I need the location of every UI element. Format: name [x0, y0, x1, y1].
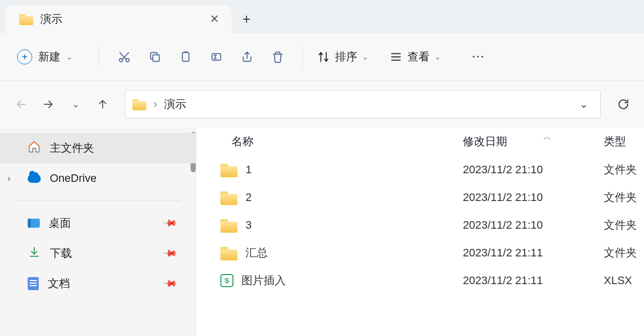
folder-icon — [19, 13, 33, 25]
file-row[interactable]: S图片插入2023/11/2 21:11XLSX — [196, 266, 644, 294]
sort-label: 排序 — [335, 49, 357, 64]
column-header-type[interactable]: 类型 — [599, 134, 626, 149]
file-modified: 2023/11/2 21:10 — [463, 219, 599, 232]
folder-icon — [132, 98, 146, 110]
file-row[interactable]: 22023/11/2 21:10文件夹 — [196, 183, 644, 211]
tab-title: 演示 — [40, 12, 62, 27]
address-dropdown-button[interactable]: ⌄ — [574, 98, 593, 111]
content-area: 主文件夹 › OneDrive 桌面 📌 下载 📌 文档 📌 ︿ — [0, 128, 644, 336]
file-name: 3 — [246, 219, 252, 232]
file-modified: 2023/11/2 21:11 — [463, 246, 599, 259]
file-type: 文件夹 — [599, 162, 637, 177]
back-button[interactable] — [9, 92, 33, 116]
address-bar[interactable]: › 演示 ⌄ — [125, 90, 601, 118]
divider — [99, 46, 99, 68]
file-type: 文件夹 — [599, 190, 637, 205]
sidebar-label: OneDrive — [50, 172, 97, 185]
file-modified: 2023/11/2 21:11 — [463, 274, 599, 287]
copy-button[interactable] — [141, 45, 169, 69]
new-button[interactable]: + 新建 ⌄ — [17, 45, 72, 69]
spreadsheet-icon: S — [220, 274, 233, 287]
folder-icon — [220, 218, 237, 232]
file-row[interactable]: 汇总2023/11/2 21:11文件夹 — [196, 239, 644, 266]
sidebar-item-downloads[interactable]: 下载 📌 — [0, 238, 196, 268]
sidebar-item-onedrive[interactable]: › OneDrive — [0, 163, 196, 193]
sidebar-label: 下载 — [50, 246, 72, 261]
folder-icon — [220, 190, 237, 205]
file-modified: 2023/11/2 21:10 — [463, 163, 599, 176]
column-collapse-icon[interactable]: ︿ — [543, 132, 551, 143]
pin-icon: 📌 — [162, 215, 178, 231]
file-list-panel: ︿ 名称 修改日期 类型 12023/11/2 21:10文件夹22023/11… — [196, 128, 644, 336]
file-name: 1 — [246, 163, 252, 176]
more-button[interactable]: ⋯ — [464, 45, 492, 69]
svg-rect-3 — [182, 52, 189, 61]
expand-icon[interactable]: › — [8, 173, 11, 184]
sidebar-item-documents[interactable]: 文档 📌 — [0, 268, 196, 299]
file-name: 图片插入 — [242, 273, 286, 288]
sidebar-label: 桌面 — [49, 216, 71, 231]
file-name: 2 — [246, 191, 252, 204]
sort-button[interactable]: 排序 ⌄ — [314, 45, 371, 69]
file-type: 文件夹 — [599, 218, 637, 233]
pin-icon: 📌 — [162, 245, 178, 261]
breadcrumb-separator: › — [153, 98, 157, 111]
up-button[interactable] — [91, 92, 115, 116]
sidebar-label: 文档 — [48, 276, 70, 291]
sidebar: 主文件夹 › OneDrive 桌面 📌 下载 📌 文档 📌 — [0, 128, 196, 336]
chevron-down-icon: ⌄ — [362, 53, 368, 61]
divider — [302, 46, 303, 68]
chevron-down-icon: ⌄ — [435, 53, 441, 61]
sidebar-item-desktop[interactable]: 桌面 📌 — [0, 208, 196, 238]
column-header-modified[interactable]: 修改日期 — [463, 134, 599, 149]
refresh-button[interactable] — [612, 93, 635, 116]
sidebar-item-home[interactable]: 主文件夹 — [0, 133, 196, 163]
paste-button[interactable] — [172, 45, 199, 69]
new-tab-button[interactable]: + — [231, 5, 262, 33]
view-button[interactable]: 查看 ⌄ — [386, 45, 444, 69]
document-icon — [28, 277, 39, 290]
file-name: 汇总 — [246, 245, 268, 260]
file-type: 文件夹 — [599, 245, 637, 260]
nav-row: ⌄ › 演示 ⌄ — [0, 81, 644, 128]
desktop-icon — [28, 219, 40, 228]
sidebar-label: 主文件夹 — [50, 141, 94, 156]
cut-button[interactable] — [110, 45, 138, 69]
folder-icon — [220, 246, 237, 260]
rename-button[interactable] — [202, 45, 230, 69]
divider — [15, 200, 181, 201]
file-row[interactable]: 32023/11/2 21:10文件夹 — [196, 211, 644, 239]
file-modified: 2023/11/2 21:10 — [463, 191, 599, 204]
home-icon — [28, 140, 41, 156]
active-tab[interactable]: 演示 ✕ — [5, 5, 231, 33]
forward-button[interactable] — [36, 92, 60, 116]
pin-icon: 📌 — [162, 276, 178, 291]
delete-button[interactable] — [264, 45, 291, 69]
svg-rect-4 — [212, 53, 220, 60]
plus-icon: + — [17, 49, 32, 64]
svg-rect-2 — [152, 54, 159, 61]
column-header-name[interactable]: 名称 — [196, 134, 463, 149]
new-label: 新建 — [38, 49, 60, 64]
download-icon — [28, 245, 41, 261]
recent-locations-button[interactable]: ⌄ — [63, 92, 88, 116]
sort-icon — [317, 50, 330, 63]
column-header-row: 名称 修改日期 类型 — [196, 128, 644, 156]
file-row[interactable]: 12023/11/2 21:10文件夹 — [196, 156, 644, 183]
cloud-icon — [28, 174, 41, 183]
view-icon — [389, 50, 403, 63]
chevron-down-icon: ⌄ — [66, 53, 72, 61]
view-label: 查看 — [408, 49, 430, 64]
share-button[interactable] — [233, 45, 261, 69]
folder-icon — [220, 163, 237, 177]
toolbar: + 新建 ⌄ 排序 ⌄ 查看 ⌄ ⋯ — [0, 33, 644, 81]
file-type: XLSX — [599, 274, 632, 287]
close-tab-button[interactable]: ✕ — [207, 12, 221, 26]
breadcrumb-current: 演示 — [164, 97, 186, 112]
tab-strip: 演示 ✕ + — [0, 0, 644, 33]
